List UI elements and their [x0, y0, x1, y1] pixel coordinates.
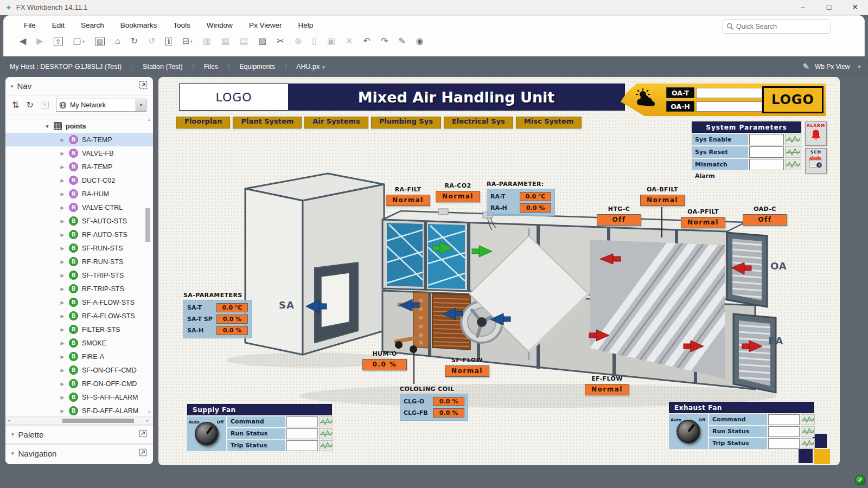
- tree-collapse-icon[interactable]: ▶: [60, 286, 65, 292]
- supply-fan-trip-status-value-field[interactable]: [286, 440, 318, 451]
- exhaust-fan-trip-status-value-field[interactable]: [768, 438, 800, 449]
- tree-item-ra-hum[interactable]: ▶NRA-HUM: [5, 187, 153, 201]
- sf-flow-value[interactable]: Normal: [445, 365, 489, 377]
- menu-file[interactable]: File: [24, 21, 36, 29]
- navigation-collapse-icon[interactable]: ▾: [11, 451, 14, 456]
- ra-co2-value[interactable]: Normal: [436, 191, 480, 202]
- sys-enable-trend-icon[interactable]: [785, 134, 801, 145]
- tree-collapse-icon[interactable]: ▶: [60, 327, 65, 332]
- tree-collapse-icon[interactable]: ▶: [60, 300, 65, 305]
- tree-item-valve-ctrl[interactable]: ▶NVALVE-CTRL: [5, 201, 153, 214]
- nav-expand-icon[interactable]: [139, 81, 148, 91]
- navigation-popout-icon[interactable]: [139, 448, 147, 458]
- clg-fb-value[interactable]: 0.0 %: [433, 408, 464, 418]
- mismatch-alarm-value-field[interactable]: [749, 159, 784, 170]
- tree-item-sf-a-flow-sts[interactable]: ▶BSF-A-FLOW-STS: [5, 296, 153, 309]
- supply-fan-mode-knob[interactable]: [195, 422, 219, 446]
- redo-icon[interactable]: ↷: [381, 35, 388, 48]
- tab-electrical-sys[interactable]: Electrical Sys: [444, 117, 513, 129]
- exhaust-fan-mode-knob[interactable]: [676, 420, 700, 444]
- tree-collapse-icon[interactable]: ▶: [60, 151, 65, 156]
- tree-horizontal-scrollbar[interactable]: ◂ ▸: [5, 416, 153, 424]
- tree-collapse-icon[interactable]: ▶: [60, 137, 65, 143]
- edit-view-icon[interactable]: ✎: [802, 62, 809, 72]
- quick-search-input[interactable]: [736, 23, 823, 30]
- clear-filter-icon[interactable]: ✕: [41, 101, 49, 109]
- breadcrumb-item-ahu-px[interactable]: AHU.px▾: [296, 63, 325, 70]
- sys-enable-value-field[interactable]: [749, 134, 784, 145]
- tree-item-sf-run-sts[interactable]: ▶BSF-RUN-STS: [5, 241, 153, 255]
- palette-collapse-icon[interactable]: ▾: [11, 432, 14, 437]
- oa-bfilt-value[interactable]: Normal: [640, 195, 685, 206]
- tree-collapse-icon[interactable]: ▶: [60, 205, 65, 210]
- palette-popout-icon[interactable]: [139, 429, 147, 439]
- supply-fan-run-status-trend-icon[interactable]: [319, 428, 333, 439]
- edit-icon[interactable]: ✎: [398, 35, 405, 48]
- htg-c-value[interactable]: Off: [597, 214, 641, 226]
- schedule-button[interactable]: SCH: [805, 148, 827, 174]
- tree-item-sf-trip-sts[interactable]: ▶BSF-TRIP-STS: [5, 268, 153, 282]
- tab-plumbing-sys[interactable]: Plumbing Sys: [371, 117, 441, 129]
- exhaust-fan-run-status-trend-icon[interactable]: [801, 426, 815, 437]
- network-select[interactable]: My Network ▾: [56, 99, 146, 112]
- tree-horizontal-scrollbar-thumb[interactable]: [62, 419, 134, 423]
- scroll-right-icon[interactable]: ▸: [146, 417, 149, 424]
- menu-window[interactable]: Window: [207, 21, 233, 29]
- tree-collapse-icon[interactable]: ▶: [60, 354, 65, 359]
- menu-edit[interactable]: Edit: [52, 21, 65, 29]
- forward-icon[interactable]: ▶: [36, 35, 43, 48]
- tree-item-ra-temp[interactable]: ▶NRA-TEMP: [5, 160, 153, 174]
- minimize-button[interactable]: –: [790, 0, 816, 15]
- ef-flow-value[interactable]: Normal: [585, 384, 629, 395]
- tree-collapse-icon[interactable]: ▶: [60, 191, 65, 197]
- open-folder-caret-icon[interactable]: ▾: [190, 39, 193, 44]
- menu-tools[interactable]: Tools: [173, 21, 190, 29]
- close-button[interactable]: ✕: [842, 0, 868, 15]
- quick-search-box[interactable]: [723, 20, 831, 34]
- ra-filt-value[interactable]: Normal: [386, 195, 430, 206]
- exhaust-fan-command-trend-icon[interactable]: [801, 414, 815, 425]
- new-window-caret-icon[interactable]: ▾: [82, 39, 85, 44]
- tab-air-systems[interactable]: Air Systems: [304, 117, 368, 129]
- up-level-icon[interactable]: ⇧: [54, 37, 63, 46]
- tree-item-rf-run-sts[interactable]: ▶BRF-RUN-STS: [5, 255, 153, 268]
- menu-px-viewer[interactable]: Px Viewer: [249, 21, 282, 29]
- tree-expand-icon[interactable]: ▾: [44, 124, 50, 129]
- tree-item-sf-auto-sts[interactable]: ▶BSF-AUTO-STS: [5, 214, 153, 228]
- view-selector-caret-icon[interactable]: ▾: [858, 64, 860, 69]
- export-pdf-icon[interactable]: ▤: [240, 35, 248, 48]
- menu-help[interactable]: Help: [298, 21, 313, 29]
- tree-item-sf-d-aff-alarm[interactable]: ▶BSF-D-AFF-ALARM: [5, 404, 153, 416]
- tree-item-sa-temp[interactable]: ▶NSA-TEMP: [5, 133, 153, 146]
- refresh-icon[interactable]: ↻: [131, 35, 138, 48]
- supply-fan-command-value-field[interactable]: [286, 416, 318, 427]
- tree-item-sf-on-off-cmd[interactable]: ▶BSF-ON-OFF-CMD: [5, 363, 153, 377]
- breadcrumb-item-my-host-desktop-g1j8slj-test-[interactable]: My Host : DESKTOP-G1J8SLJ (Test): [10, 63, 122, 70]
- tree-item-filter-sts[interactable]: ▶BFILTER-STS: [5, 323, 153, 336]
- cut-icon[interactable]: ✂: [277, 35, 284, 48]
- tree-collapse-icon[interactable]: ▶: [60, 232, 65, 237]
- delete-icon[interactable]: ✕: [346, 35, 353, 48]
- sa-t-value[interactable]: 0.0 °C: [216, 303, 248, 312]
- tree-collapse-icon[interactable]: ▶: [60, 341, 65, 346]
- save-all-icon[interactable]: ▦: [221, 35, 229, 48]
- navigation-panel-header[interactable]: ▾ Navigation: [5, 443, 153, 462]
- info-icon[interactable]: ℹ: [165, 37, 171, 46]
- sa-t-sp-value[interactable]: 0.0 %: [216, 314, 248, 324]
- tab-plant-system[interactable]: Plant System: [233, 117, 302, 129]
- breadcrumb-item-station-test-[interactable]: Station (Test): [143, 63, 183, 70]
- tree-item-rf-trip-sts[interactable]: ▶BRF-TRIP-STS: [5, 282, 153, 296]
- tree-item-smoke[interactable]: ▶BSMOKE: [5, 336, 153, 350]
- clg-o-value[interactable]: 0.0 %: [433, 397, 464, 406]
- nav-collapse-icon[interactable]: ▾: [11, 84, 14, 89]
- tree-scroll-down-icon[interactable]: ▾: [148, 409, 150, 414]
- home-icon[interactable]: ⌂: [115, 35, 120, 48]
- tree-collapse-icon[interactable]: ▶: [60, 395, 65, 400]
- exhaust-fan-trip-status-trend-icon[interactable]: [801, 438, 815, 449]
- sort-icon[interactable]: ⇅: [12, 100, 19, 110]
- tree-collapse-icon[interactable]: ▶: [60, 273, 65, 278]
- tree-collapse-icon[interactable]: ▶: [60, 219, 65, 224]
- breadcrumb-item-equipments[interactable]: Equipments: [239, 63, 275, 70]
- oa-t-value-field[interactable]: [696, 88, 762, 98]
- nav-panel-header[interactable]: ▾ Nav: [5, 77, 153, 95]
